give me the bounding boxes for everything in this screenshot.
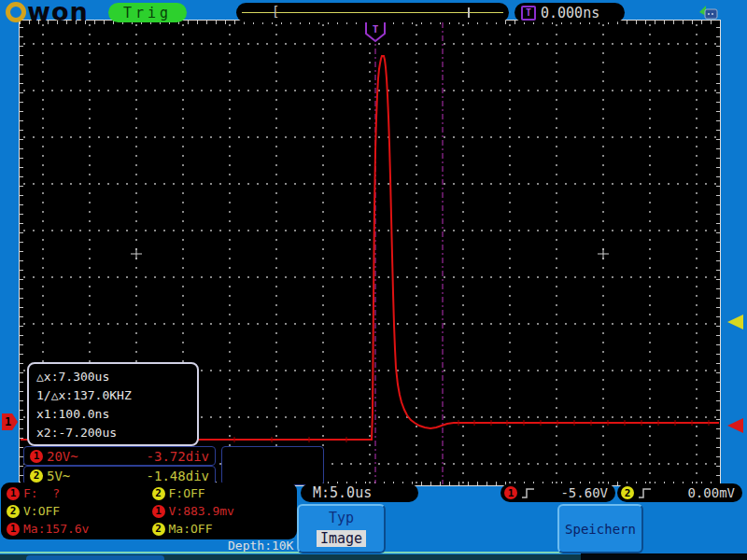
save-button[interactable]: Speichern bbox=[557, 504, 643, 553]
measurement-ch1-voltage: 1 V:883.9mv bbox=[152, 502, 298, 520]
measurement-ch1-max: 1 Ma:157.6v bbox=[7, 520, 152, 538]
channel2-scale: 5V~ bbox=[47, 469, 70, 483]
channel1-chip: 1 bbox=[30, 450, 43, 463]
hposition-line bbox=[242, 12, 503, 13]
channel1-scale-badge: 1 20V~ -3.72div bbox=[23, 446, 216, 466]
measurement-ch2-frequency: 2 F:OFF bbox=[152, 484, 298, 502]
trigger2-level-badge: 2 0.00mV bbox=[617, 483, 742, 502]
oscilloscope-screen: { "colors": { "bg_blue": "#0c79d0", "tra… bbox=[0, 0, 747, 560]
channel2-offset: -1.48div bbox=[147, 469, 209, 483]
measurement-ch2-voltage: 2 V:OFF bbox=[7, 502, 152, 520]
cursor-x2: x2:-7.200us bbox=[36, 424, 190, 442]
type-button-label: Typ bbox=[329, 510, 354, 526]
owon-logo-text: won bbox=[27, 1, 89, 23]
trig-status-badge: Trig bbox=[108, 3, 187, 22]
rising-edge-icon bbox=[638, 487, 652, 499]
channel1-scale: 20V~ bbox=[47, 449, 78, 464]
sample-rate-box: (100MS/s) Depth:10K bbox=[221, 446, 324, 485]
cursor-x1: x1:100.0ns bbox=[36, 405, 190, 424]
channel2-chip: 2 bbox=[30, 469, 43, 483]
owon-logo: won bbox=[6, 0, 89, 24]
measurement-panel: 1 F: ? 2 F:OFF 2 V:OFF 1 V:883.9mv 1 Ma:… bbox=[1, 483, 297, 539]
hposition-tick-icon bbox=[468, 7, 470, 18]
usb-storage-icon bbox=[697, 4, 719, 22]
trigger-offset-value: 0.000ns bbox=[541, 5, 599, 21]
trigger2-level-value: 0.00mV bbox=[687, 485, 735, 500]
trigger1-level-badge: 1 -5.60V bbox=[500, 483, 615, 502]
channel1-offset: -3.72div bbox=[147, 449, 209, 464]
rising-edge-icon bbox=[521, 487, 535, 499]
ch2-position-marker[interactable] bbox=[727, 315, 743, 329]
svg-text:T: T bbox=[373, 23, 379, 35]
measurement-ch2-max: 2 Ma:OFF bbox=[152, 520, 298, 538]
horizontal-position-bar: [ bbox=[236, 3, 509, 22]
cursor-delta-x: △x:7.300us bbox=[36, 368, 190, 386]
cursor-readout-box: △x:7.300us 1/△x:137.0KHZ x1:100.0ns x2:-… bbox=[27, 362, 199, 446]
owon-logo-ring-icon bbox=[6, 2, 26, 22]
measurement-ch1-frequency: 1 F: ? bbox=[7, 484, 152, 502]
type-button[interactable]: Typ Image bbox=[297, 504, 386, 553]
ch1-position-marker[interactable]: 1 bbox=[2, 413, 18, 430]
scope-display: T △x:7.300us 1/△x:137.0KHZ x1:100.0ns x2… bbox=[19, 20, 721, 486]
trigger1-level-value: -5.60V bbox=[560, 485, 608, 500]
bottom-strip-right bbox=[581, 553, 747, 560]
hposition-window-bracket-icon: [ bbox=[272, 4, 279, 19]
trigger-time-badge: T 0.000ns bbox=[514, 3, 625, 22]
cursor-inverse-delta-x: 1/△x:137.0KHZ bbox=[36, 386, 190, 405]
trigger-level-marker[interactable] bbox=[727, 418, 743, 433]
type-button-value[interactable]: Image bbox=[317, 530, 366, 547]
timebase-badge: M:5.0us bbox=[301, 483, 418, 502]
trigger-t-icon: T bbox=[521, 6, 536, 21]
bottom-tab-handle bbox=[26, 555, 164, 560]
